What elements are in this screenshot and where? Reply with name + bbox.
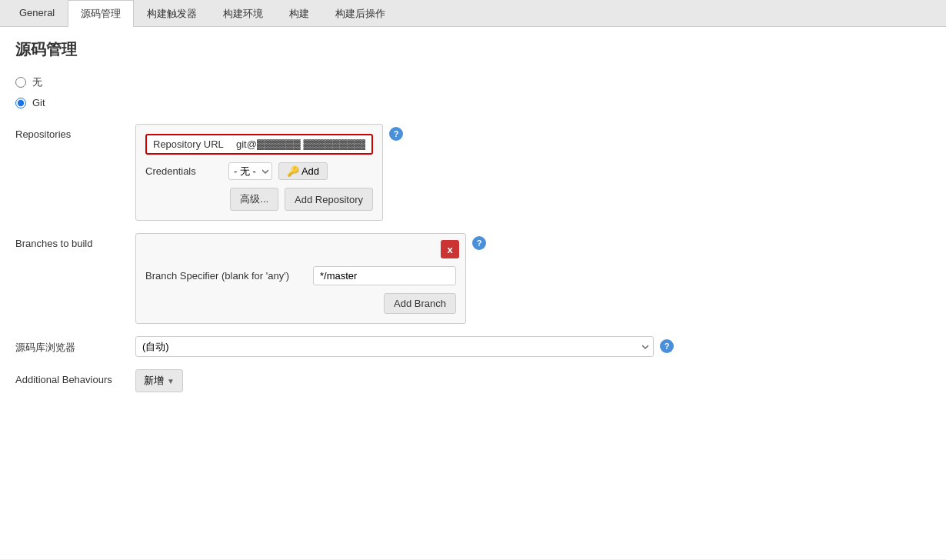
- radio-none-item[interactable]: 无: [15, 75, 931, 89]
- advanced-button[interactable]: 高级...: [230, 188, 278, 211]
- add-branch-button[interactable]: Add Branch: [384, 293, 456, 314]
- branches-label: Branches to build: [15, 233, 123, 249]
- source-browser-section: 源码库浏览器 (自动) ?: [15, 336, 931, 357]
- repo-action-row: 高级... Add Repository: [145, 188, 373, 211]
- radio-none-label: 无: [32, 75, 42, 89]
- additional-behaviours-section: Additional Behaviours 新增 ▼: [15, 369, 931, 392]
- source-browser-label: 源码库浏览器: [15, 336, 123, 355]
- branch-specifier-input[interactable]: [313, 266, 456, 285]
- repositories-label: Repositories: [15, 124, 123, 140]
- tab-build-triggers[interactable]: 构建触发器: [134, 0, 210, 27]
- tab-general[interactable]: General: [6, 0, 68, 27]
- repo-url-input[interactable]: [236, 138, 365, 150]
- page-title: 源码管理: [15, 39, 931, 60]
- add-behaviour-button[interactable]: 新增 ▼: [135, 369, 183, 392]
- credentials-select[interactable]: - 无 -: [228, 162, 272, 180]
- add-credentials-button[interactable]: 🔑 Add: [278, 162, 328, 180]
- credentials-label: Credentials: [145, 165, 222, 177]
- repositories-section: Repositories Repository URL Credentials …: [15, 124, 931, 221]
- delete-branch-button[interactable]: x: [441, 240, 459, 258]
- branches-help-icon[interactable]: ?: [472, 236, 486, 250]
- repo-box: Repository URL Credentials - 无 - 🔑 Add 高…: [135, 124, 383, 221]
- radio-git[interactable]: [15, 98, 26, 108]
- tab-scm[interactable]: 源码管理: [68, 0, 134, 27]
- tab-bar: General 源码管理 构建触发器 构建环境 构建 构建后操作: [0, 0, 946, 27]
- branch-specifier-label: Branch Specifier (blank for 'any'): [145, 270, 307, 282]
- tab-build-env[interactable]: 构建环境: [210, 0, 276, 27]
- branches-box: x Branch Specifier (blank for 'any') Add…: [135, 233, 466, 324]
- additional-behaviours-label: Additional Behaviours: [15, 369, 123, 385]
- source-browser-select[interactable]: (自动): [135, 336, 654, 357]
- repositories-help-icon[interactable]: ?: [389, 127, 403, 141]
- source-browser-help-icon[interactable]: ?: [660, 339, 674, 353]
- dropdown-arrow-icon: ▼: [167, 377, 175, 385]
- repositories-outer: Repository URL Credentials - 无 - 🔑 Add 高…: [135, 124, 403, 221]
- repo-url-label: Repository URL: [153, 138, 230, 150]
- add-repository-button[interactable]: Add Repository: [285, 188, 373, 211]
- branches-action-row: Add Branch: [145, 293, 456, 314]
- scm-radio-group: 无 Git: [15, 75, 931, 108]
- branches-outer: x Branch Specifier (blank for 'any') Add…: [135, 233, 486, 324]
- branch-specifier-row: Branch Specifier (blank for 'any'): [145, 266, 456, 285]
- add-behaviour-label: 新增: [144, 374, 164, 388]
- page-content: 源码管理 无 Git Repositories Repository URL C…: [0, 27, 946, 559]
- radio-none[interactable]: [15, 77, 26, 88]
- additional-behaviours-outer: 新增 ▼: [135, 369, 183, 392]
- source-browser-outer: (自动) ?: [135, 336, 674, 357]
- radio-git-item[interactable]: Git: [15, 97, 931, 108]
- radio-git-label: Git: [32, 97, 45, 108]
- credentials-row: Credentials - 无 - 🔑 Add: [145, 162, 373, 180]
- repo-url-row: Repository URL: [145, 134, 373, 155]
- tab-post-build[interactable]: 构建后操作: [322, 0, 398, 27]
- tab-build[interactable]: 构建: [276, 0, 322, 27]
- branches-section: Branches to build x Branch Specifier (bl…: [15, 233, 931, 324]
